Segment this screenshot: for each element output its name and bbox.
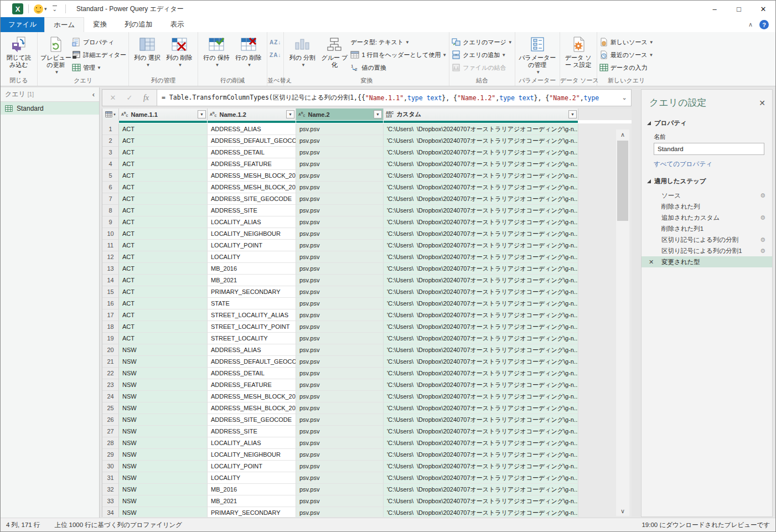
cell-Name.1.1[interactable]: NSW <box>119 356 208 368</box>
cell-Name.2[interactable]: psv.psv <box>296 426 384 437</box>
cell-Name.2[interactable]: psv.psv <box>296 193 384 205</box>
tab-add-column[interactable]: 列の追加 <box>116 17 161 32</box>
cell-Name.1.1[interactable]: NSW <box>119 379 208 391</box>
cell-Name.2[interactable]: psv.psv <box>296 495 384 507</box>
cell-Name.2[interactable]: psv.psv <box>296 368 384 379</box>
cell-Name.1.2[interactable]: PRIMARY_SECONDARY <box>208 286 296 298</box>
step-settings-gear-icon[interactable]: ⚙ <box>760 214 765 221</box>
cell-カスタム[interactable]: 'C:\Users\\Dropbox\20240707オーストラリアジオコーディ… <box>384 158 578 170</box>
cell-カスタム[interactable]: 'C:\Users\\Dropbox\20240707オーストラリアジオコーディ… <box>384 263 578 275</box>
tab-transform[interactable]: 変換 <box>84 17 116 32</box>
cell-Name.2[interactable]: psv.psv <box>296 147 384 158</box>
cell-カスタム[interactable]: 'C:\Users\\Dropbox\20240707オーストラリアジオコーディ… <box>384 333 578 344</box>
cell-Name.1.2[interactable]: ADDRESS_MESH_BLOCK_2021 <box>208 182 296 193</box>
cell-Name.1.1[interactable]: NSW <box>119 507 208 517</box>
cell-カスタム[interactable]: 'C:\Users\\Dropbox\20240707オーストラリアジオコーディ… <box>384 309 578 321</box>
choose-columns-button[interactable]: 列の 選択 ▼ <box>131 34 163 69</box>
cell-Name.1.1[interactable]: ACT <box>119 123 208 135</box>
cell-Name.2[interactable]: psv.psv <box>296 263 384 275</box>
cell-カスタム[interactable]: 'C:\Users\\Dropbox\20240707オーストラリアジオコーディ… <box>384 321 578 333</box>
cell-Name.1.2[interactable]: LOCALITY <box>208 251 296 263</box>
row-number[interactable]: 24 <box>102 391 119 402</box>
cell-Name.1.2[interactable]: ADDRESS_SITE_GEOCODE <box>208 414 296 426</box>
cell-Name.1.2[interactable]: MB_2016 <box>208 484 296 495</box>
filter-dropdown-button[interactable]: ▼ <box>286 110 294 118</box>
scroll-down-icon[interactable]: ∨ <box>616 506 629 516</box>
split-column-button[interactable]: 列の 分割 ▼ <box>286 34 318 69</box>
cell-Name.2[interactable]: psv.psv <box>296 205 384 216</box>
column-header-Name.2[interactable]: ABCName.2▼ <box>296 109 384 120</box>
column-type-icon[interactable]: ABC <box>210 111 217 117</box>
row-number[interactable]: 19 <box>102 333 119 344</box>
step-settings-gear-icon[interactable]: ⚙ <box>760 247 765 255</box>
cell-カスタム[interactable]: 'C:\Users\\Dropbox\20240707オーストラリアジオコーディ… <box>384 356 578 368</box>
cell-カスタム[interactable]: 'C:\Users\\Dropbox\20240707オーストラリアジオコーディ… <box>384 286 578 298</box>
row-number[interactable]: 14 <box>102 275 119 286</box>
formula-input[interactable]: = Table.TransformColumnTypes(区切り記号による列の分… <box>157 90 618 106</box>
row-number[interactable]: 17 <box>102 309 119 321</box>
cell-Name.1.1[interactable]: NSW <box>119 426 208 437</box>
row-number[interactable]: 1 <box>102 123 119 135</box>
cell-Name.1.1[interactable]: NSW <box>119 368 208 379</box>
cell-Name.1.2[interactable]: STATE <box>208 298 296 309</box>
cell-Name.2[interactable]: psv.psv <box>296 507 384 517</box>
tab-view[interactable]: 表示 <box>162 17 193 32</box>
cell-Name.1.2[interactable]: MB_2021 <box>208 275 296 286</box>
step-settings-gear-icon[interactable]: ⚙ <box>760 236 765 244</box>
cell-Name.2[interactable]: psv.psv <box>296 437 384 449</box>
cell-Name.2[interactable]: psv.psv <box>296 391 384 402</box>
cell-Name.2[interactable]: psv.psv <box>296 286 384 298</box>
collapse-pane-icon[interactable]: ‹ <box>92 90 95 99</box>
table-corner-button[interactable]: ▾ <box>102 109 119 120</box>
cell-Name.1.1[interactable]: ACT <box>119 309 208 321</box>
manage-parameters-button[interactable]: パラメーター の管理 ▼ <box>518 34 557 76</box>
cell-Name.1.1[interactable]: NSW <box>119 449 208 461</box>
row-number[interactable]: 23 <box>102 379 119 391</box>
column-type-icon[interactable]: ABC <box>298 111 306 117</box>
cell-Name.1.1[interactable]: ACT <box>119 205 208 216</box>
data-type-button[interactable]: データ型: テキスト ▼ <box>350 37 447 48</box>
column-header-Name.1.1[interactable]: ABCName.1.1▼ <box>119 109 208 120</box>
cell-カスタム[interactable]: 'C:\Users\\Dropbox\20240707オーストラリアジオコーディ… <box>384 379 578 391</box>
smiley-dropdown-icon[interactable]: ▾ <box>44 6 47 12</box>
row-number[interactable]: 7 <box>102 193 119 205</box>
append-queries-button[interactable]: クエリの追加 ▼ <box>452 49 512 60</box>
close-pane-icon[interactable]: ✕ <box>759 99 765 107</box>
cell-カスタム[interactable]: 'C:\Users\\Dropbox\20240707オーストラリアジオコーディ… <box>384 495 578 507</box>
filter-dropdown-button[interactable]: ▼ <box>198 110 206 118</box>
cell-Name.1.2[interactable]: STREET_LOCALITY <box>208 333 296 344</box>
cell-カスタム[interactable]: 'C:\Users\\Dropbox\20240707オーストラリアジオコーディ… <box>384 368 578 379</box>
applied-steps-section-header[interactable]: 適用したステップ <box>642 169 772 188</box>
tab-home[interactable]: ホーム <box>44 17 84 32</box>
cell-カスタム[interactable]: 'C:\Users\\Dropbox\20240707オーストラリアジオコーディ… <box>384 205 578 216</box>
cell-Name.1.1[interactable]: ACT <box>119 321 208 333</box>
cell-Name.2[interactable]: psv.psv <box>296 461 384 472</box>
column-header-カスタム[interactable]: ABC123カスタム▼ <box>384 109 578 120</box>
cell-Name.2[interactable]: psv.psv <box>296 251 384 263</box>
cell-カスタム[interactable]: 'C:\Users\\Dropbox\20240707オーストラリアジオコーディ… <box>384 472 578 484</box>
row-number[interactable]: 18 <box>102 321 119 333</box>
cell-カスタム[interactable]: 'C:\Users\\Dropbox\20240707オーストラリアジオコーディ… <box>384 414 578 426</box>
formula-check-icon[interactable]: ✓ <box>121 94 138 102</box>
refresh-preview-button[interactable]: プレビュー の更新 ▼ <box>40 34 72 76</box>
cell-Name.2[interactable]: psv.psv <box>296 321 384 333</box>
cell-Name.2[interactable]: psv.psv <box>296 333 384 344</box>
cell-Name.2[interactable]: psv.psv <box>296 449 384 461</box>
row-number[interactable]: 5 <box>102 170 119 182</box>
vertical-scrollbar[interactable]: ∧ ∨ <box>616 130 629 516</box>
cell-Name.1.1[interactable]: ACT <box>119 228 208 240</box>
cell-Name.2[interactable]: psv.psv <box>296 298 384 309</box>
cell-Name.2[interactable]: psv.psv <box>296 240 384 251</box>
all-properties-link[interactable]: すべてのプロパティ <box>642 155 772 169</box>
help-icon[interactable]: ? <box>759 20 769 29</box>
column-header-Name.1.2[interactable]: ABCName.1.2▼ <box>208 109 296 120</box>
row-number[interactable]: 2 <box>102 135 119 147</box>
cell-Name.2[interactable]: psv.psv <box>296 309 384 321</box>
maximize-button[interactable]: □ <box>727 1 751 17</box>
remove-columns-button[interactable]: 列の 削除 ▼ <box>163 34 195 69</box>
row-number[interactable]: 4 <box>102 158 119 170</box>
cell-Name.1.2[interactable]: STREET_LOCALITY_POINT <box>208 321 296 333</box>
cell-Name.2[interactable]: psv.psv <box>296 356 384 368</box>
cell-Name.1.2[interactable]: ADDRESS_SITE_GEOCODE <box>208 193 296 205</box>
replace-values-button[interactable]: 1 2 値の置換 <box>350 62 447 73</box>
